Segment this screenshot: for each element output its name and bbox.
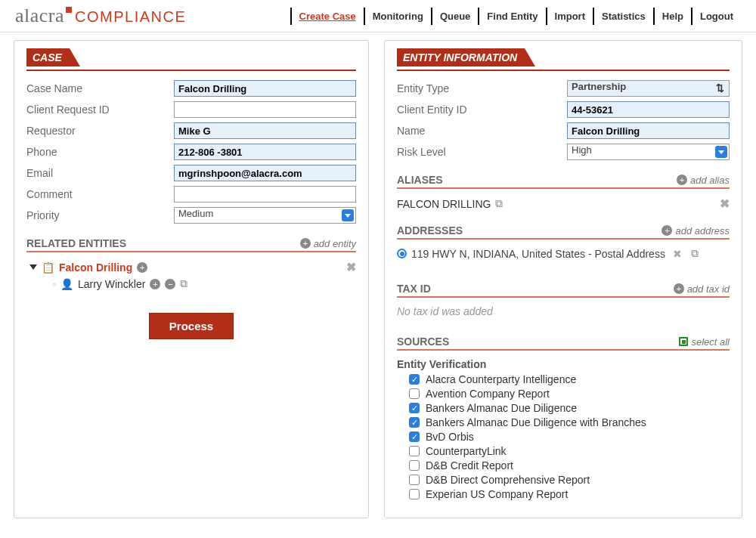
address-copy-icon[interactable]: ⧉ — [691, 247, 699, 260]
sources-header: SOURCES — [397, 335, 449, 348]
source-label: Alacra Counterparty Intelligence — [426, 373, 576, 385]
source-label: Avention Company Report — [426, 388, 550, 400]
select-all-icon — [679, 337, 688, 346]
select-entity-type[interactable]: Partnership — [567, 80, 730, 97]
case-header: CASE — [26, 48, 70, 66]
input-client-entity-id[interactable] — [567, 101, 730, 118]
entity-panel: ENTITY INFORMATION Entity Type Partnersh… — [384, 40, 742, 518]
addresses-header: ADDRESSES — [397, 224, 463, 237]
input-comment[interactable] — [174, 186, 356, 203]
input-client-request-id[interactable] — [174, 101, 356, 118]
plus-icon: + — [662, 225, 672, 236]
nav-logout[interactable]: Logout — [691, 8, 741, 25]
person-name[interactable]: Larry Winckler — [78, 278, 145, 290]
alias-row: FALCON DRILLING ⧉ ✖ — [397, 196, 730, 211]
building-icon: 📋 — [42, 261, 54, 274]
source-item[interactable]: Avention Company Report — [409, 388, 730, 400]
nav-find-entity[interactable]: Find Entity — [478, 8, 545, 25]
aliases-header: ALIASES — [397, 174, 443, 186]
label-risk-level: Risk Level — [397, 146, 567, 158]
label-phone: Phone — [26, 146, 174, 158]
source-item[interactable]: Alacra Counterparty Intelligence — [409, 373, 730, 385]
nav-create-case[interactable]: Create Case — [290, 8, 364, 25]
tree-entity-row[interactable]: 📋 Falcon Drilling + ✖ — [29, 260, 356, 274]
source-label: D&B Direct Comprehensive Report — [426, 474, 590, 486]
top-nav: Create Case Monitoring Queue Find Entity… — [290, 8, 741, 25]
taxid-empty-text: No tax id was added — [397, 305, 730, 317]
add-alias-button[interactable]: + add alias — [677, 175, 730, 186]
person-remove-icon[interactable]: − — [165, 279, 175, 289]
label-entity-name: Name — [397, 125, 567, 137]
source-item[interactable]: D&B Direct Comprehensive Report — [409, 474, 730, 486]
source-item[interactable]: Bankers Almanac Due Diligence — [409, 402, 730, 414]
add-taxid-button[interactable]: + add tax id — [674, 283, 730, 295]
checkbox-icon[interactable] — [409, 489, 420, 499]
alias-copy-icon[interactable]: ⧉ — [495, 197, 503, 210]
nav-import[interactable]: Import — [546, 8, 593, 25]
person-copy-icon[interactable]: ⧉ — [180, 277, 187, 290]
risk-level-value: High — [572, 144, 592, 156]
process-button[interactable]: Process — [149, 313, 234, 339]
logo-brand: alacra — [15, 5, 64, 27]
checkbox-icon[interactable] — [409, 475, 420, 485]
add-address-label: add address — [675, 225, 730, 237]
select-priority-value: Medium — [178, 208, 213, 219]
nav-statistics[interactable]: Statistics — [593, 8, 653, 25]
case-panel: CASE Case Name Client Request ID Request… — [14, 40, 369, 518]
input-entity-name[interactable] — [567, 122, 730, 139]
address-radio[interactable] — [397, 249, 407, 258]
caret-down-icon[interactable] — [29, 264, 37, 270]
input-phone[interactable] — [174, 144, 356, 160]
source-label: Bankers Almanac Due Diligence with Branc… — [426, 416, 646, 428]
label-entity-type: Entity Type — [397, 82, 567, 94]
source-label: CounterpartyLink — [426, 445, 507, 457]
address-remove-icon[interactable]: ✖ — [673, 248, 682, 260]
select-all-button[interactable]: select all — [679, 336, 730, 348]
select-priority[interactable]: Medium — [174, 207, 356, 224]
person-icon: 👤 — [60, 278, 73, 290]
checkbox-icon[interactable] — [409, 403, 420, 413]
source-item[interactable]: D&B Credit Report — [409, 459, 730, 472]
entity-type-value: Partnership — [572, 81, 626, 92]
label-requestor: Requestor — [26, 125, 174, 137]
input-requestor[interactable] — [174, 122, 356, 139]
add-address-button[interactable]: + add address — [662, 225, 730, 237]
source-item[interactable]: Experian US Company Report — [409, 488, 730, 500]
checkbox-icon[interactable] — [409, 388, 420, 399]
nav-queue[interactable]: Queue — [431, 8, 478, 25]
tree-person-row[interactable]: ◦ 👤 Larry Winckler + − ⧉ — [29, 277, 356, 290]
nav-help[interactable]: Help — [653, 8, 691, 25]
source-item[interactable]: BvD Orbis — [409, 431, 730, 443]
plus-icon: + — [677, 175, 687, 185]
label-email: Email — [26, 167, 174, 179]
checkbox-icon[interactable] — [409, 374, 420, 385]
entity-remove-icon[interactable]: ✖ — [346, 260, 356, 274]
logo: alacra COMPLIANCE — [15, 5, 186, 27]
person-add-icon[interactable]: + — [150, 279, 160, 289]
checkbox-icon[interactable] — [409, 417, 420, 428]
checkbox-icon[interactable] — [409, 460, 420, 471]
entity-tree: 📋 Falcon Drilling + ✖ ◦ 👤 Larry Winckler… — [26, 260, 356, 290]
nav-monitoring[interactable]: Monitoring — [364, 8, 431, 25]
label-client-entity-id: Client Entity ID — [397, 104, 567, 116]
alias-remove-icon[interactable]: ✖ — [720, 196, 730, 211]
input-email[interactable] — [174, 165, 356, 181]
add-entity-button[interactable]: + add entity — [300, 238, 356, 249]
entity-add-icon[interactable]: + — [137, 262, 147, 273]
label-case-name: Case Name — [26, 82, 174, 94]
checkbox-icon[interactable] — [409, 446, 420, 456]
alias-text: FALCON DRILLING — [397, 198, 491, 210]
select-risk-level[interactable]: High — [567, 144, 730, 160]
entity-name[interactable]: Falcon Drilling — [59, 261, 132, 274]
select-all-label: select all — [691, 336, 730, 348]
sources-group-title: Entity Verification — [397, 358, 730, 370]
entity-header: ENTITY INFORMATION — [397, 48, 525, 66]
checkbox-icon[interactable] — [409, 431, 420, 442]
input-case-name[interactable] — [174, 80, 356, 97]
source-label: Bankers Almanac Due Diligence — [426, 402, 577, 414]
address-row: 119 HWY N, INDIANA, United States - Post… — [397, 247, 730, 260]
source-item[interactable]: CounterpartyLink — [409, 445, 730, 457]
address-text: 119 HWY N, INDIANA, United States - Post… — [411, 248, 665, 260]
sources-list: Alacra Counterparty Intelligence Aventio… — [397, 373, 730, 500]
source-item[interactable]: Bankers Almanac Due Diligence with Branc… — [409, 416, 730, 428]
